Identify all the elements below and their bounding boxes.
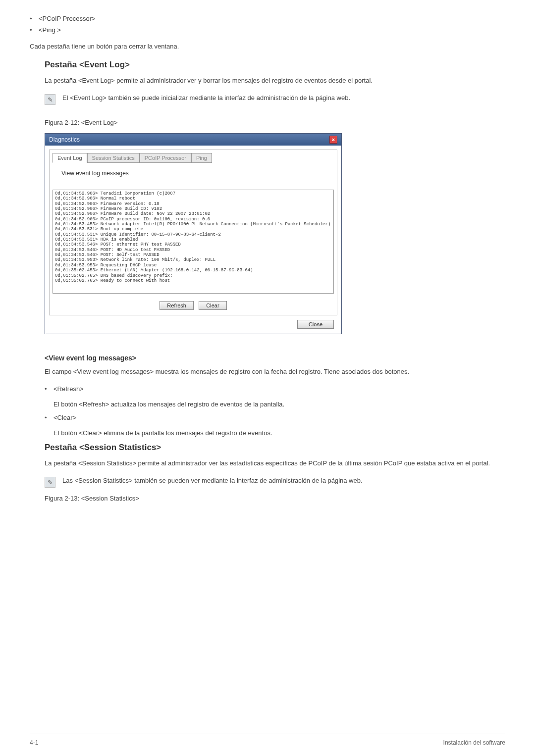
dialog-titlebar: Diagnostics × <box>45 134 341 146</box>
refresh-clear-list: <Refresh> <box>45 385 505 393</box>
clear-button[interactable]: Clear <box>199 301 226 310</box>
tab-pcoip-processor[interactable]: PCoIP Processor <box>140 153 191 163</box>
tab-event-log[interactable]: Event Log <box>53 153 87 163</box>
diagnostics-dialog: Diagnostics × Event Log Session Statisti… <box>45 133 342 334</box>
footer-title: Instalación del software <box>443 739 505 746</box>
list-item-desc: El botón <Clear> elimina de la pantalla … <box>45 429 505 437</box>
list-item: <Refresh> <box>45 385 505 393</box>
page-number: 4-1 <box>30 739 38 746</box>
paragraph: La pestaña <Event Log> permite al admini… <box>45 77 505 84</box>
paragraph: La pestaña <Session Statistics> permite … <box>45 459 505 467</box>
heading-view-messages: <View event log messages> <box>45 354 505 362</box>
event-log-textarea[interactable]: 0d,01:34:52.906> Teradici Corporation (c… <box>53 190 334 294</box>
dialog-title: Diagnostics <box>49 136 80 143</box>
paragraph: Cada pestaña tiene un botón para cerrar … <box>30 43 505 50</box>
list-item-desc: El botón <Refresh> actualiza los mensaje… <box>45 401 505 408</box>
list-item: <PCoIP Processor> <box>30 15 505 22</box>
note-text: El <Event Log> también se puede iniciali… <box>62 94 350 101</box>
list-item: <Ping > <box>30 26 505 34</box>
note-icon: ✎ <box>45 94 55 105</box>
close-icon[interactable]: × <box>329 136 337 144</box>
tab-ping[interactable]: Ping <box>191 153 212 163</box>
figure-caption: Figura 2-12: <Event Log> <box>45 119 505 126</box>
tab-session-statistics[interactable]: Session Statistics <box>87 153 140 163</box>
refresh-button[interactable]: Refresh <box>160 301 194 310</box>
top-bullet-list: <PCoIP Processor> <Ping > <box>30 15 505 34</box>
heading-event-log: Pestaña <Event Log> <box>45 60 505 70</box>
note: ✎ Las <Session Statistics> también se pu… <box>45 477 505 488</box>
view-label: View event log messages <box>53 170 334 177</box>
heading-session-statistics: Pestaña <Session Statistics> <box>45 443 505 453</box>
note-icon: ✎ <box>45 477 55 488</box>
close-button[interactable]: Close <box>297 320 334 329</box>
note: ✎ El <Event Log> también se puede inicia… <box>45 94 505 105</box>
note-text: Las <Session Statistics> también se pued… <box>62 477 363 484</box>
page-footer: 4-1 Instalación del software <box>30 734 505 746</box>
tab-strip: Event Log Session Statistics PCoIP Proce… <box>53 153 334 163</box>
list-item: <Clear> <box>45 414 505 421</box>
figure-caption: Figura 2-13: <Session Statistics> <box>45 495 505 502</box>
paragraph: El campo <View event log messages> muest… <box>45 368 505 375</box>
